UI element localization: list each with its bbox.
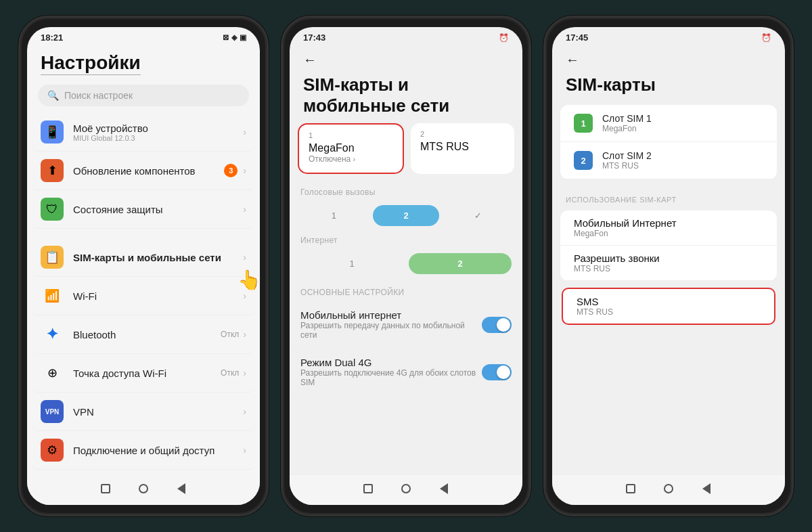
sim-slot-label-2: Слот SIM 2 [602,150,652,161]
status-icons-1: ⊠ ◈ ▣ [223,33,246,42]
sim-text: SIM-карты и мобильные сети [73,252,243,263]
vpn-label: VPN [73,406,243,418]
usage-mobile-internet[interactable]: Мобильный Интернет MegaFon [560,210,777,246]
sim3-back-header: ← [552,45,785,72]
usage-calls[interactable]: Разрешить звонки MTS RUS [560,246,777,281]
basic-settings-title: ОСНОВНЫЕ НАСТРОЙКИ [290,278,522,301]
time-1: 18:21 [41,32,63,43]
sim-title-2: SIM-карты имобильные сети [290,72,522,123]
settings-item-lock[interactable]: 🔒 Блокировка экрана › [32,470,254,475]
chevron-sim: › [243,252,246,263]
bluetooth-label: Bluetooth [73,329,221,340]
device-icon: 📱 [41,120,64,143]
nav-back[interactable] [175,482,188,495]
status-bar-1: 18:21 ⊠ ◈ ▣ [27,27,260,45]
nav-recents-3[interactable] [624,482,637,495]
phone-3: 17:45 ⏰ ← SIM-карты 1 Слот SIM 1 MegaFon [543,16,794,516]
mobile-internet-label: Мобильный интернет [300,309,482,321]
sim-card-2[interactable]: 2 MTS RUS [411,123,514,174]
battery-icon: ▣ [240,33,246,42]
device-label: Моё устройство [73,123,243,134]
phone-1: 18:21 ⊠ ◈ ▣ Настройки 🔍 Поиск настроек [18,16,269,516]
settings-item-bluetooth[interactable]: ✦ Bluetooth Откл › [32,315,254,354]
update-text: Обновление компонентов [73,165,224,177]
nav-back-2[interactable] [437,482,451,495]
internet-title: Интернет [290,230,522,249]
sim-card-1[interactable]: 1 MegaFon Отключена › [298,123,404,174]
chevron-device: › [243,127,246,137]
voice-choice-2[interactable]: 2 [373,205,440,226]
usage-mobile-internet-label: Мобильный Интернет [574,217,763,229]
nav-recents[interactable] [99,482,112,495]
mobile-internet-toggle[interactable] [482,317,512,333]
alarm-icon-2: ⏰ [499,33,509,43]
chevron-sharing: › [243,445,246,456]
status-icon-1a: ⊠ [223,33,229,42]
alarm-icon-3: ⏰ [761,33,771,43]
dual4g-toggle[interactable] [482,364,512,380]
sim-slots-container: 1 Слот SIM 1 MegaFon 2 Слот SIM 2 MTS RU… [560,105,777,179]
nav-bar-2 [290,475,522,505]
dual4g-setting[interactable]: Режим Dual 4G Разрешить подключение 4G д… [290,349,522,396]
dual4g-text: Режим Dual 4G Разрешить подключение 4G д… [300,357,482,387]
dual4g-label: Режим Dual 4G [300,357,482,368]
sim-slot-2[interactable]: 2 Слот SIM 2 MTS RUS [560,142,777,179]
settings-item-wifi[interactable]: 📶 Wi-Fi › [32,277,254,315]
hotspot-icon: ⊕ [41,361,64,384]
sim-cards-row: 1 MegaFon Отключена › 2 MTS RUS [298,123,514,174]
security-icon: 🛡 [41,198,64,221]
internet-choice-2[interactable]: 2 [409,253,512,274]
nav-bar-3 [552,475,785,505]
sim-slot-carrier-2: MTS RUS [602,161,652,171]
voice-choice-1[interactable]: 1 [300,205,367,226]
sim-card-name-1: MegaFon [309,142,393,154]
bluetooth-text: Bluetooth [73,329,221,340]
back-button-2[interactable]: ← [303,52,317,68]
nav-home-3[interactable] [662,482,675,495]
settings-item-update[interactable]: ⬆ Обновление компонентов 3 › [32,152,254,190]
settings-item-vpn[interactable]: VPN VPN › [32,393,254,431]
device-text: Моё устройство MIUI Global 12.0.3 [73,123,243,142]
settings-item-hotspot[interactable]: ⊕ Точка доступа Wi-Fi Откл › [32,354,254,393]
voice-choice-auto[interactable]: ✓ [445,205,512,226]
update-label: Обновление компонентов [73,165,224,177]
sim-icon: 📋 [41,246,64,269]
nav-back-3[interactable] [700,482,713,495]
nav-home[interactable] [137,482,150,495]
sim-slot-carrier-1: MegaFon [602,124,652,133]
nav-bar-1 [27,475,260,505]
nav-recents-2[interactable] [361,482,375,495]
back-button-3[interactable]: ← [566,52,579,68]
status-icon-1b: ◈ [231,33,237,42]
sim-card-num-1: 1 [309,131,393,139]
sharing-icon: ⚙ [41,439,64,462]
internet-choice-row: 1 2 [290,249,522,278]
sim-slot-1[interactable]: 1 Слот SIM 1 MegaFon [560,105,777,142]
phone-2: 17:43 ⏰ ← SIM-карты имобильные сети 1 Me… [281,16,531,516]
sim-card-name-2: MTS RUS [420,141,505,153]
internet-choice-1[interactable]: 1 [300,253,403,274]
sim-slot-info-1: Слот SIM 1 MegaFon [602,113,652,133]
settings-item-device[interactable]: 📱 Моё устройство MIUI Global 12.0.3 › [32,113,254,152]
settings-item-security[interactable]: 🛡 Состояние защиты › [32,190,254,229]
settings-list: 📱 Моё устройство MIUI Global 12.0.3 › ⬆ … [27,113,260,475]
mobile-internet-setting[interactable]: Мобильный интернет Разрешить передачу да… [290,301,522,349]
usage-header: ИСПОЛЬЗОВАНИЕ SIM-КАРТ [552,186,785,208]
sim-slot-badge-2: 2 [574,151,593,170]
settings-item-sharing[interactable]: ⚙ Подключение и общий доступ › [32,431,254,470]
nav-home-2[interactable] [399,482,413,495]
chevron-vpn: › [243,406,246,417]
chevron-update: › [243,165,246,176]
security-label: Состояние защиты [73,204,243,215]
search-bar[interactable]: 🔍 Поиск настроек [38,85,249,106]
search-icon: 🔍 [47,90,59,101]
hotspot-text: Точка доступа Wi-Fi [73,368,221,379]
usage-sms[interactable]: SMS MTS RUS [563,289,774,324]
settings-item-sim[interactable]: 📋 SIM-карты и мобильные сети › 👆 [32,238,254,277]
dual4g-sub: Разрешить подключение 4G для обоих слото… [300,368,482,387]
chevron-wifi: › [243,290,246,301]
usage-items-container: Мобильный Интернет MegaFon Разрешить зво… [560,210,777,281]
hotspot-label: Точка доступа Wi-Fi [73,368,221,379]
sim-slot-info-2: Слот SIM 2 MTS RUS [602,150,652,171]
bluetooth-icon: ✦ [41,323,64,346]
